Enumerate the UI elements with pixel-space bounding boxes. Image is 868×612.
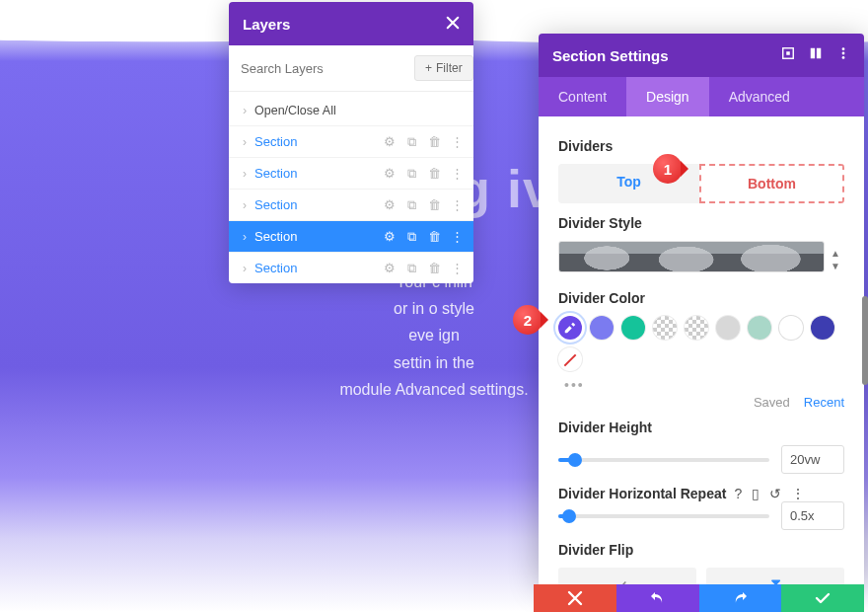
- duplicate-icon[interactable]: ⧉: [405, 198, 418, 211]
- divider-style-preview[interactable]: [558, 241, 825, 272]
- layer-row[interactable]: Section ⚙⧉🗑⋮: [229, 125, 473, 157]
- tab-content[interactable]: Content: [539, 77, 626, 116]
- cancel-button[interactable]: [534, 584, 616, 612]
- slider-thumb[interactable]: [568, 453, 582, 467]
- svg-point-4: [842, 47, 845, 50]
- help-icon[interactable]: ?: [734, 486, 742, 501]
- color-swatch-teal[interactable]: [621, 316, 645, 340]
- flip-vertical-button[interactable]: ⧗: [706, 568, 844, 584]
- color-swatch-none[interactable]: [558, 347, 582, 371]
- layout-icon[interactable]: [809, 46, 823, 64]
- more-icon[interactable]: ⋮: [451, 167, 464, 180]
- chevron-up-icon[interactable]: ▲: [831, 248, 844, 259]
- gear-icon[interactable]: ⚙: [383, 135, 396, 148]
- layers-header[interactable]: Layers: [229, 2, 473, 45]
- svg-rect-3: [817, 48, 821, 59]
- expand-icon[interactable]: [781, 46, 795, 64]
- layer-label: Section: [254, 229, 383, 244]
- toggle-bottom[interactable]: Bottom: [699, 164, 844, 203]
- callout-two: 2: [513, 305, 542, 335]
- recent-tab[interactable]: Recent: [804, 395, 844, 410]
- layer-label: Section: [254, 197, 383, 212]
- undo-button[interactable]: [616, 584, 699, 612]
- more-icon[interactable]: ⋮: [451, 198, 464, 211]
- footer-toolbar: [534, 584, 864, 612]
- redo-button[interactable]: [699, 584, 782, 612]
- close-icon[interactable]: [446, 16, 460, 33]
- color-swatch-gray[interactable]: [716, 316, 740, 340]
- layers-title: Layers: [243, 16, 290, 33]
- confirm-button[interactable]: [781, 584, 864, 612]
- settings-header[interactable]: Section Settings: [539, 34, 864, 77]
- duplicate-icon[interactable]: ⧉: [405, 230, 418, 243]
- layer-row[interactable]: Section ⚙⧉🗑⋮: [229, 189, 473, 220]
- divider-color-label: Divider Color: [558, 290, 844, 306]
- layer-row-selected[interactable]: Section ⚙⧉🗑⋮: [229, 220, 473, 252]
- layer-row[interactable]: Section ⚙⧉🗑⋮: [229, 157, 473, 189]
- more-dots-icon[interactable]: •••: [564, 377, 844, 393]
- scrollbar-thumb[interactable]: [862, 296, 868, 385]
- color-swatch-blue[interactable]: [590, 316, 614, 340]
- layer-row-icons: ⚙⧉🗑⋮: [383, 198, 464, 211]
- divider-height-slider[interactable]: [558, 458, 769, 462]
- filter-label: Filter: [436, 61, 463, 75]
- settings-body: Dividers Top Bottom Divider Style ▲▼ Div…: [539, 116, 864, 584]
- device-icon[interactable]: ▯: [752, 486, 760, 501]
- trash-icon[interactable]: 🗑: [428, 262, 441, 274]
- layer-label: Section: [254, 166, 383, 181]
- saved-recent-tabs: Saved Recent: [558, 395, 844, 410]
- layer-row-icons: ⚙⧉🗑⋮: [383, 262, 464, 274]
- settings-tabs: Content Design Advanced: [539, 77, 864, 116]
- search-input[interactable]: [241, 61, 406, 76]
- duplicate-icon[interactable]: ⧉: [405, 167, 418, 180]
- color-swatch-white[interactable]: [779, 316, 803, 340]
- eyedropper-swatch[interactable]: [558, 316, 582, 340]
- svg-rect-2: [811, 48, 815, 59]
- divider-repeat-input[interactable]: 0.5x: [781, 501, 844, 530]
- color-swatch-transparent[interactable]: [685, 316, 708, 340]
- color-swatch-mint[interactable]: [748, 316, 771, 340]
- flip-horizontal-button[interactable]: ⇋: [558, 568, 696, 584]
- chevron-down-icon[interactable]: ▼: [831, 261, 844, 271]
- more-icon[interactable]: ⋮: [791, 486, 805, 501]
- trash-icon[interactable]: 🗑: [428, 135, 441, 148]
- svg-point-5: [842, 52, 845, 55]
- tab-advanced[interactable]: Advanced: [709, 77, 810, 116]
- duplicate-icon[interactable]: ⧉: [405, 135, 418, 148]
- slider-thumb[interactable]: [562, 509, 576, 523]
- color-swatch-navy[interactable]: [811, 316, 834, 340]
- divider-position-toggle: Top Bottom: [558, 164, 844, 203]
- tab-design[interactable]: Design: [626, 77, 709, 116]
- gear-icon[interactable]: ⚙: [383, 167, 396, 180]
- saved-tab[interactable]: Saved: [754, 395, 790, 410]
- trash-icon[interactable]: 🗑: [428, 167, 441, 180]
- more-icon[interactable]: ⋮: [451, 230, 464, 243]
- reset-icon[interactable]: ↺: [769, 486, 781, 501]
- more-icon[interactable]: ⋮: [451, 135, 464, 148]
- more-icon[interactable]: ⋮: [451, 262, 464, 274]
- layer-label: Section: [254, 261, 383, 275]
- plus-icon: +: [425, 61, 432, 75]
- gear-icon[interactable]: ⚙: [383, 198, 396, 211]
- more-icon[interactable]: [836, 46, 850, 64]
- layer-row-icons: ⚙⧉🗑⋮: [383, 230, 464, 243]
- svg-rect-1: [786, 51, 790, 55]
- gear-icon[interactable]: ⚙: [383, 262, 396, 274]
- trash-icon[interactable]: 🗑: [428, 230, 441, 243]
- svg-point-6: [842, 56, 845, 59]
- gear-icon[interactable]: ⚙: [383, 230, 396, 243]
- divider-repeat-slider[interactable]: [558, 514, 769, 518]
- duplicate-icon[interactable]: ⧉: [405, 262, 418, 274]
- filter-button[interactable]: +Filter: [414, 55, 473, 81]
- open-close-all[interactable]: Open/Close All: [229, 92, 473, 125]
- style-stepper[interactable]: ▲▼: [831, 248, 844, 271]
- layer-row[interactable]: Section ⚙⧉🗑⋮: [229, 252, 473, 283]
- divider-height-input[interactable]: 20vw: [781, 445, 844, 474]
- section-settings-panel: Section Settings Content Design Advanced…: [539, 34, 864, 584]
- layers-search-row: +Filter: [229, 45, 473, 92]
- trash-icon[interactable]: 🗑: [428, 198, 441, 211]
- divider-height-label: Divider Height: [558, 420, 844, 435]
- layers-panel: Layers +Filter Open/Close All Section ⚙⧉…: [229, 2, 473, 283]
- settings-title: Section Settings: [552, 47, 669, 64]
- color-swatch-transparent[interactable]: [653, 316, 677, 340]
